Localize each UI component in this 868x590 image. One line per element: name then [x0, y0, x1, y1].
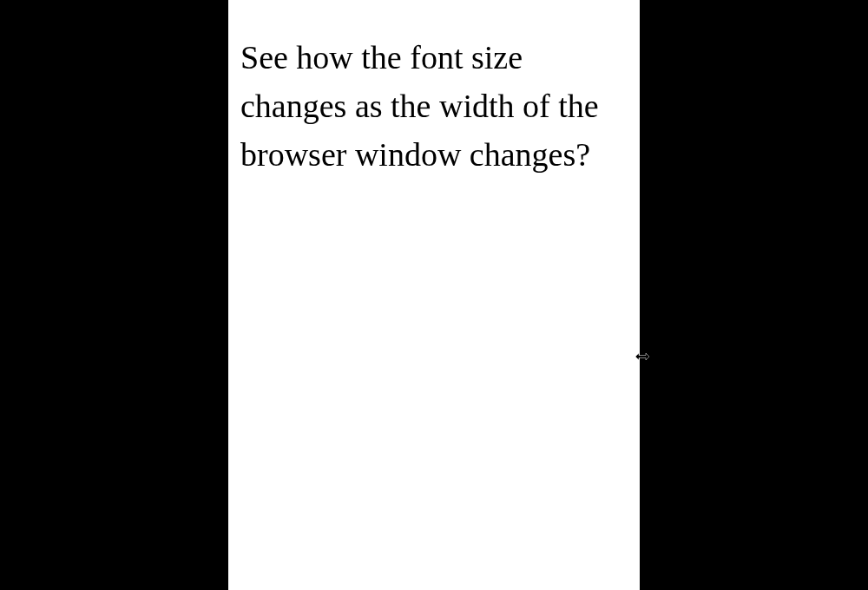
page-text: See how the font size changes as the wid…: [240, 33, 628, 180]
browser-window: See how the font size changes as the wid…: [228, 0, 640, 590]
